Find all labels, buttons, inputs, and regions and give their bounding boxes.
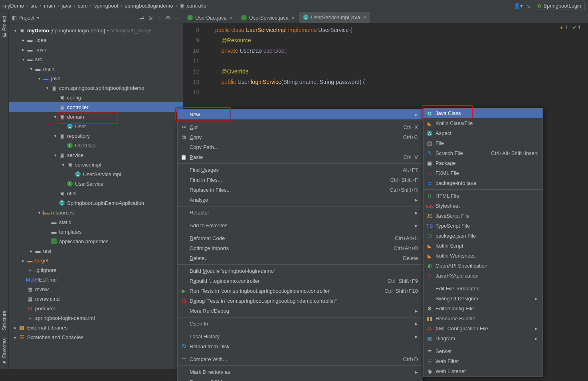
menu-item-editorconfig[interactable]: ⚙EditorConfig File bbox=[424, 304, 542, 314]
menu-item-delete[interactable]: Delete...Delete bbox=[178, 253, 423, 263]
tree-item[interactable]: IUserDao bbox=[9, 141, 183, 150]
close-icon[interactable]: × bbox=[363, 14, 366, 20]
user-icon[interactable]: 👤▾ bbox=[514, 3, 523, 9]
tree-item[interactable]: application.properties bbox=[9, 236, 183, 246]
menu-item-openin[interactable]: Open In▸ bbox=[178, 319, 423, 329]
editor-tab[interactable]: IUserService.java× bbox=[237, 12, 299, 23]
menu-item-tsfile[interactable]: TSTypeScript File bbox=[424, 221, 542, 231]
project-tree[interactable]: ▾▣myDemo [springboot-login-demo] E:\stud… bbox=[9, 24, 183, 369]
menu-item-addtofav[interactable]: Add to Favorites▸ bbox=[178, 220, 423, 230]
tree-item[interactable]: ▾▣serviceImpl bbox=[9, 160, 183, 169]
editor-tab[interactable]: IUserDao.java× bbox=[183, 12, 237, 23]
collapse-all-icon[interactable]: ⋮ bbox=[156, 15, 162, 21]
breadcrumb-item[interactable]: main bbox=[44, 3, 55, 9]
menu-item-javaclass[interactable]: CJava Class bbox=[424, 108, 542, 118]
menu-item-new[interactable]: New▸ bbox=[178, 109, 423, 119]
menu-item-jsfile[interactable]: JSJavaScript File bbox=[424, 211, 542, 221]
menu-item-file[interactable]: ▤File bbox=[424, 138, 542, 148]
menu-item-kotlinws[interactable]: ◣Kotlin Worksheet bbox=[424, 251, 542, 261]
tree-item[interactable]: ▾▣service bbox=[9, 150, 183, 160]
menu-item-kotlinclass[interactable]: ◣Kotlin Class/File bbox=[424, 118, 542, 128]
menu-item-javafx[interactable]: ◇JavaFXApplication bbox=[424, 271, 542, 281]
menu-item-morerun[interactable]: More Run/Debug▸ bbox=[178, 306, 423, 316]
tree-scratches[interactable]: ▸☰Scratches and Consoles bbox=[9, 332, 183, 342]
tree-item[interactable]: ▦mvnw bbox=[9, 284, 183, 294]
project-title[interactable]: Project bbox=[18, 15, 34, 21]
menu-item-reload[interactable]: 🗘Reload from Disk bbox=[178, 341, 423, 351]
close-icon[interactable]: × bbox=[292, 15, 295, 21]
tree-item[interactable]: ▾▣repository bbox=[9, 131, 183, 141]
menu-item-runtests[interactable]: ▶Run 'Tests in 'com.springboot.springboo… bbox=[178, 286, 423, 296]
menu-item-buildmodule[interactable]: Build Module 'springboot-login-demo' bbox=[178, 266, 423, 276]
close-icon[interactable]: × bbox=[230, 15, 233, 21]
submenu-new[interactable]: CJava Class ◣Kotlin Class/File AAspect ▤… bbox=[423, 108, 543, 377]
structure-tool-tab[interactable]: Structure bbox=[1, 307, 8, 334]
tree-item[interactable]: ▬templates bbox=[9, 227, 183, 236]
menu-item-weblistener[interactable]: ◉Web Listener bbox=[424, 366, 542, 376]
tree-item[interactable]: ◈springboot-login-demo.iml bbox=[9, 313, 183, 323]
tree-item[interactable]: ▬static bbox=[9, 217, 183, 227]
menu-item-stylesheet[interactable]: cssStylesheet bbox=[424, 201, 542, 211]
expand-all-icon[interactable]: ⇲ bbox=[148, 15, 152, 21]
breadcrumb-item[interactable]: controller bbox=[187, 3, 208, 9]
tree-item[interactable]: CUserServiceImpl bbox=[9, 169, 183, 179]
tree-item[interactable]: ▣utils bbox=[9, 189, 183, 198]
favorites-tool-tab[interactable]: ★Favorites bbox=[1, 334, 8, 369]
menu-item-compare[interactable]: ⇆Compare With...Ctrl+D bbox=[178, 354, 423, 364]
menu-item-openapi[interactable]: ◐OpenAPI Specification bbox=[424, 261, 542, 271]
menu-item-analyze[interactable]: Analyze▸ bbox=[178, 195, 423, 205]
menu-item-pkgjson[interactable]: ⬡package.json File bbox=[424, 231, 542, 241]
tree-item[interactable]: ▣config bbox=[9, 93, 183, 102]
menu-item-localhistory[interactable]: Local History▸ bbox=[178, 331, 423, 341]
menu-item-scratchfile[interactable]: ✎Scratch FileCtrl+Alt+Shift+Insert bbox=[424, 148, 542, 158]
tree-item[interactable]: ▾⧫▬resources bbox=[9, 208, 183, 217]
dropdown-icon[interactable]: ▼ bbox=[36, 16, 40, 20]
menu-item-copy[interactable]: ⧉CopyCtrl+C bbox=[178, 132, 423, 142]
tree-item[interactable]: ▾▬main bbox=[9, 64, 183, 73]
settings-icon[interactable]: ⚙ bbox=[166, 15, 170, 21]
menu-item-fxml[interactable]: ◇FXML File bbox=[424, 168, 542, 178]
menu-item-aspect[interactable]: AAspect bbox=[424, 128, 542, 138]
menu-item-copypath[interactable]: Copy Path... bbox=[178, 142, 423, 152]
breadcrumb-item[interactable]: springbootlogindemo bbox=[125, 3, 173, 9]
menu-item-diagram[interactable]: ▦Diagram▸ bbox=[424, 333, 542, 343]
menu-item-markdir[interactable]: Mark Directory as▸ bbox=[178, 367, 423, 377]
menu-item-rebuild[interactable]: Rebuild '...ogindemo.controller'Ctrl+Shi… bbox=[178, 276, 423, 286]
tree-root[interactable]: ▾▣myDemo [springboot-login-demo] E:\stud… bbox=[9, 26, 183, 35]
breadcrumb-item[interactable]: myDemo bbox=[3, 3, 24, 9]
run-configuration-selector[interactable]: ✿ SpringbootLogin bbox=[534, 2, 585, 10]
menu-item-optimize[interactable]: Optimize ImportsCtrl+Alt+O bbox=[178, 243, 423, 253]
breadcrumb-item[interactable]: src bbox=[30, 3, 37, 9]
menu-item-servlet[interactable]: ≣Servlet bbox=[424, 346, 542, 356]
tree-item[interactable]: ◈.gitignore bbox=[9, 265, 183, 275]
select-opened-file-icon[interactable]: ⇄ bbox=[140, 15, 144, 21]
project-tool-tab[interactable]: ◧Project bbox=[1, 12, 8, 42]
menu-item-removebom[interactable]: Remove BOM bbox=[178, 377, 423, 381]
breadcrumb-item[interactable]: springboot bbox=[94, 3, 119, 9]
tree-item[interactable]: ▸▬test bbox=[9, 246, 183, 256]
tree-item[interactable]: ▾▣domain bbox=[9, 112, 183, 121]
menu-item-paste[interactable]: 📋PasteCtrl+V bbox=[178, 152, 423, 162]
tree-item[interactable]: ▸▬.mvn bbox=[9, 45, 183, 54]
tree-item[interactable]: MDHELP.md bbox=[9, 275, 183, 284]
tree-item[interactable]: mpom.xml bbox=[9, 304, 183, 313]
menu-item-reformat[interactable]: Reformat CodeCtrl+Alt+L bbox=[178, 233, 423, 243]
breadcrumb-item[interactable]: java bbox=[62, 3, 71, 9]
menu-item-xmlconf[interactable]: <>XML Configuration File▸ bbox=[424, 323, 542, 333]
inspections-widget[interactable]: ⚠1 ✔1 bbox=[559, 25, 581, 30]
menu-item-debugtests[interactable]: 🐞Debug 'Tests in 'com.springboot.springb… bbox=[178, 296, 423, 306]
tree-item[interactable]: ▸▬.idea bbox=[9, 35, 183, 45]
menu-item-findinfiles[interactable]: Find in Files...Ctrl+Shift+F bbox=[178, 175, 423, 185]
menu-item-resbundle[interactable]: ▮▮Resource Bundle bbox=[424, 314, 542, 323]
editor-tab-active[interactable]: CUserServiceImpl.java× bbox=[299, 12, 370, 23]
tree-item[interactable]: ▦mvnw.cmd bbox=[9, 294, 183, 304]
breadcrumb[interactable]: myDemo› src› main› java› com› springboot… bbox=[3, 3, 208, 9]
tree-item-controller[interactable]: ▣controller bbox=[9, 102, 183, 112]
tree-item[interactable]: ▾▬src bbox=[9, 54, 183, 64]
menu-item-refactor[interactable]: Refactor▸ bbox=[178, 208, 423, 218]
menu-item-pkginfo[interactable]: ≣package-info.java bbox=[424, 178, 542, 188]
menu-item-kotlinscript[interactable]: ◣Kotlin Script bbox=[424, 241, 542, 251]
menu-item-cut[interactable]: ✂CutCtrl+X bbox=[178, 122, 423, 132]
tree-item[interactable]: ▾▬java bbox=[9, 73, 183, 83]
tree-item-target[interactable]: ▸▬target bbox=[9, 256, 183, 265]
